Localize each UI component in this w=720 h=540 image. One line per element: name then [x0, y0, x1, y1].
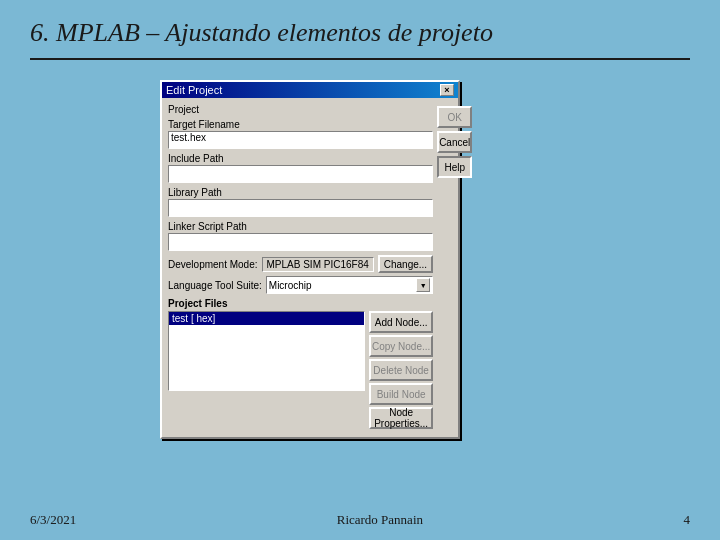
project-field-group: Project — [168, 104, 433, 115]
dialog-body: Project Target Filename test.hex Include… — [162, 98, 458, 437]
delete-node-button[interactable]: Delete Node — [369, 359, 433, 381]
change-button[interactable]: Change... — [378, 255, 433, 273]
add-node-button[interactable]: Add Node... — [369, 311, 433, 333]
lang-tool-suite-row: Language Tool Suite: Microchip ▼ — [168, 276, 433, 294]
include-path-label: Include Path — [168, 153, 433, 164]
target-filename-input[interactable]: test.hex — [168, 131, 433, 149]
title-divider — [30, 58, 690, 60]
target-filename-label: Target Filename — [168, 119, 433, 130]
dev-mode-value: MPLAB SIM PIC16F84 — [262, 257, 374, 272]
ok-button[interactable]: OK — [437, 106, 472, 128]
library-path-input[interactable] — [168, 199, 433, 217]
linker-script-path-input[interactable] — [168, 233, 433, 251]
library-path-label: Library Path — [168, 187, 433, 198]
dialog-title: Edit Project — [166, 84, 222, 96]
project-label: Project — [168, 104, 433, 115]
footer-date: 6/3/2021 — [30, 512, 76, 528]
dialog-right-column: OK Cancel Help — [437, 104, 472, 431]
target-filename-group: Target Filename test.hex — [168, 119, 433, 149]
project-files-label: Project Files — [168, 298, 433, 309]
dev-mode-label: Development Mode: — [168, 259, 258, 270]
footer-author: Ricardo Pannain — [337, 512, 423, 528]
project-files-area: test [ hex] Add Node... Copy Node... Del… — [168, 311, 433, 429]
page-title: 6. MPLAB – Ajustando elementos de projet… — [0, 0, 720, 58]
lang-tool-suite-value: Microchip — [269, 280, 416, 291]
close-button[interactable]: × — [440, 84, 454, 96]
copy-node-button[interactable]: Copy Node... — [369, 335, 433, 357]
lang-tool-suite-select[interactable]: Microchip ▼ — [266, 276, 433, 294]
help-button[interactable]: Help — [437, 156, 472, 178]
file-list[interactable]: test [ hex] — [168, 311, 365, 391]
include-path-group: Include Path — [168, 153, 433, 183]
list-item[interactable]: test [ hex] — [169, 312, 364, 325]
footer: 6/3/2021 Ricardo Pannain 4 — [0, 512, 720, 528]
include-path-input[interactable] — [168, 165, 433, 183]
linker-script-path-label: Linker Script Path — [168, 221, 433, 232]
linker-script-path-group: Linker Script Path — [168, 221, 433, 251]
lang-tool-suite-label: Language Tool Suite: — [168, 280, 262, 291]
dialog-window: Edit Project × Project Target Filename t… — [160, 80, 460, 439]
build-node-button[interactable]: Build Node — [369, 383, 433, 405]
footer-page-number: 4 — [684, 512, 691, 528]
edit-project-dialog: Edit Project × Project Target Filename t… — [160, 80, 460, 439]
file-buttons: Add Node... Copy Node... Delete Node Bui… — [369, 311, 433, 429]
node-properties-button[interactable]: Node Properties... — [369, 407, 433, 429]
cancel-button[interactable]: Cancel — [437, 131, 472, 153]
dev-mode-row: Development Mode: MPLAB SIM PIC16F84 Cha… — [168, 255, 433, 273]
dropdown-arrow-icon[interactable]: ▼ — [416, 278, 430, 292]
dialog-left-column: Project Target Filename test.hex Include… — [168, 104, 433, 431]
dialog-titlebar: Edit Project × — [162, 82, 458, 98]
library-path-group: Library Path — [168, 187, 433, 217]
